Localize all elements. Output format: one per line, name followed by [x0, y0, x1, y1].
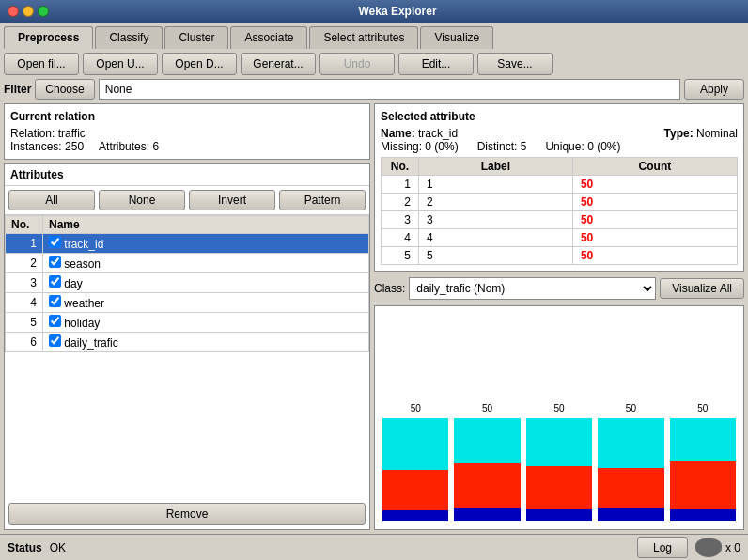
bar-red — [454, 463, 520, 508]
bar-cyan — [454, 418, 520, 463]
row-name: season — [43, 254, 369, 273]
filter-choose-button[interactable]: Choose — [35, 79, 94, 100]
table-row[interactable]: 1 track_id — [6, 234, 369, 254]
window-title: Weka Explorer — [55, 5, 740, 18]
selected-attribute-title: Selected attribute — [381, 110, 738, 123]
attr-stats-row: Missing: 0 (0%) Distinct: 5 Unique: 0 (0… — [381, 140, 738, 153]
selected-attribute-panel: Selected attribute Name: track_id Type: … — [374, 103, 744, 272]
chart-bar-group: 50 — [598, 418, 663, 521]
bar-cyan — [526, 418, 592, 466]
sa-label: 2 — [419, 194, 573, 211]
visualize-all-button[interactable]: Visualize All — [660, 278, 744, 299]
sa-table-row: 3 3 50 — [382, 211, 738, 229]
chart-bar-group: 50 — [454, 418, 520, 521]
row-name: day — [43, 273, 369, 293]
sa-table-row: 5 5 50 — [382, 247, 738, 265]
bar-stack — [454, 418, 520, 521]
bar-top-label: 50 — [526, 403, 592, 413]
bar-top-label: 50 — [454, 403, 520, 413]
pattern-button[interactable]: Pattern — [279, 190, 366, 210]
content-area: Open fil... Open U... Open D... Generat.… — [0, 49, 748, 534]
tab-classify[interactable]: Classify — [95, 26, 163, 49]
sa-no: 1 — [382, 176, 419, 194]
table-row[interactable]: 3 day — [6, 273, 369, 293]
bar-top-label: 50 — [382, 403, 448, 413]
sa-col-label: Label — [419, 158, 573, 176]
sa-table-row: 2 2 50 — [382, 194, 738, 211]
bar-cyan — [382, 418, 448, 470]
main-panels: Current relation Relation: traffic Insta… — [4, 103, 744, 530]
bar-stack — [670, 418, 736, 521]
apply-button[interactable]: Apply — [684, 79, 744, 100]
sa-count: 50 — [572, 211, 737, 229]
close-button[interactable] — [8, 6, 19, 17]
sa-count: 50 — [572, 194, 737, 211]
filter-label: Filter — [4, 83, 31, 96]
generate-button[interactable]: Generat... — [241, 53, 316, 75]
table-row[interactable]: 4 weather — [6, 293, 369, 313]
open-db-button[interactable]: Open D... — [162, 53, 237, 75]
row-no: 6 — [6, 333, 43, 352]
open-url-button[interactable]: Open U... — [83, 53, 158, 75]
attributes-title: Attributes — [5, 164, 369, 186]
none-button[interactable]: None — [99, 190, 185, 210]
table-row[interactable]: 5 holiday — [6, 313, 369, 333]
bar-red — [526, 466, 592, 509]
unique-info: Unique: 0 (0%) — [545, 140, 620, 153]
bar-red — [598, 468, 663, 508]
remove-button[interactable]: Remove — [8, 503, 366, 525]
bar-cyan — [670, 418, 736, 461]
tab-visualize[interactable]: Visualize — [420, 26, 493, 49]
attr-name-info: Name: track_id — [381, 127, 458, 140]
class-select[interactable]: daily_trafic (Nom) — [409, 277, 656, 300]
chart-bar-group: 50 — [382, 418, 448, 521]
bar-blue — [670, 509, 736, 521]
status-label: Status — [8, 541, 42, 554]
attributes-table: No. Name 1 track_id 2 season 3 day 4 — [5, 214, 369, 499]
sa-label: 3 — [419, 211, 573, 229]
minimize-button[interactable] — [23, 6, 34, 17]
undo-button[interactable]: Undo — [319, 53, 395, 75]
tab-select-attributes[interactable]: Select attributes — [309, 26, 418, 49]
edit-button[interactable]: Edit... — [398, 53, 474, 75]
open-file-button[interactable]: Open fil... — [4, 53, 79, 75]
bar-top-label: 50 — [670, 403, 736, 413]
col-name: Name — [43, 216, 369, 234]
bar-red — [670, 461, 736, 509]
bar-blue — [526, 509, 592, 521]
attributes-info: Attributes: 6 — [99, 140, 159, 153]
bar-blue — [382, 510, 448, 521]
sa-no: 5 — [382, 247, 419, 265]
save-button[interactable]: Save... — [477, 53, 553, 75]
log-button[interactable]: Log — [637, 537, 688, 558]
row-name: weather — [43, 293, 369, 313]
invert-button[interactable]: Invert — [189, 190, 275, 210]
sa-table-row: 1 1 50 — [382, 176, 738, 194]
tab-preprocess[interactable]: Preprocess — [4, 26, 93, 49]
titlebar: Weka Explorer — [0, 0, 748, 23]
filter-value: None — [99, 79, 680, 100]
bar-stack — [526, 418, 592, 521]
bar-stack — [598, 418, 663, 521]
tab-bar: Preprocess Classify Cluster Associate Se… — [0, 23, 748, 49]
table-row[interactable]: 6 daily_trafic — [6, 333, 369, 352]
table-row[interactable]: 2 season — [6, 254, 369, 273]
col-no: No. — [6, 216, 43, 234]
attribute-buttons: All None Invert Pattern — [5, 186, 369, 214]
bar-stack — [382, 418, 448, 521]
class-row: Class: daily_trafic (Nom) Visualize All — [374, 275, 744, 302]
tab-associate[interactable]: Associate — [230, 26, 307, 49]
sa-no: 4 — [382, 229, 419, 247]
weka-bird-area: x 0 — [695, 538, 740, 557]
maximize-button[interactable] — [38, 6, 49, 17]
all-button[interactable]: All — [8, 190, 95, 210]
toolbar: Open fil... Open U... Open D... Generat.… — [4, 53, 744, 75]
filter-section: Filter Choose None Apply — [4, 79, 744, 100]
instances-attributes-info: Instances: 250 Attributes: 6 — [10, 140, 364, 153]
distinct-info: Distinct: 5 — [477, 140, 527, 153]
tab-cluster[interactable]: Cluster — [164, 26, 228, 49]
row-name: daily_trafic — [43, 333, 369, 352]
chart-area: 5050505050 — [374, 305, 744, 530]
instances-info: Instances: 250 — [10, 140, 84, 153]
sa-col-count: Count — [572, 158, 737, 176]
